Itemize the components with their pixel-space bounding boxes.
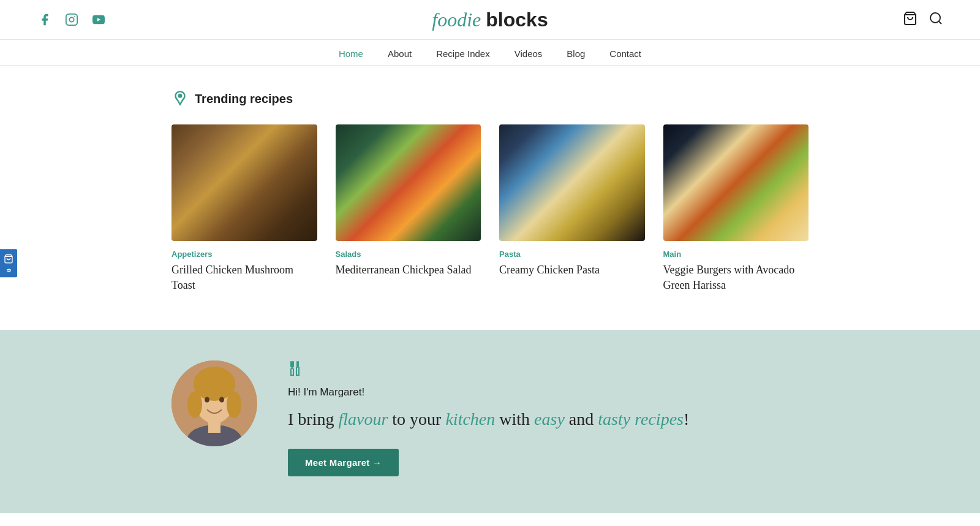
svg-point-2 <box>69 17 74 21</box>
facebook-link[interactable] <box>37 12 53 28</box>
site-header: foodie blocks <box>0 0 980 39</box>
search-button[interactable] <box>929 11 943 28</box>
trending-icon <box>172 90 189 107</box>
recipe-card-1[interactable]: Salads Mediterranean Chickpea Salad <box>336 124 481 293</box>
youtube-link[interactable] <box>91 12 107 28</box>
recipe-title-2: Creamy Chicken Pasta <box>499 262 645 278</box>
recipe-title-3: Veggie Burgers with Avocado Green Hariss… <box>663 262 809 293</box>
utensil-icon <box>288 360 809 381</box>
about-tagline: I bring flavour to your kitchen with eas… <box>288 407 809 431</box>
svg-point-17 <box>219 397 224 403</box>
recipe-image-3 <box>663 124 809 241</box>
about-greeting: Hi! I'm Margaret! <box>288 386 809 398</box>
recipe-card-2[interactable]: Pasta Creamy Chicken Pasta <box>499 124 645 293</box>
cart-button[interactable] <box>903 11 918 28</box>
svg-point-13 <box>227 391 241 418</box>
logo-bold: blocks <box>486 9 548 31</box>
meet-margaret-button[interactable]: Meet Margaret → <box>288 449 399 476</box>
svg-rect-15 <box>208 421 221 433</box>
recipe-category-3: Main <box>663 250 809 259</box>
svg-point-6 <box>930 13 940 23</box>
svg-point-12 <box>187 391 202 418</box>
nav-blog[interactable]: Blog <box>567 48 585 59</box>
margaret-avatar <box>172 360 257 446</box>
about-content: Hi! I'm Margaret! I bring flavour to you… <box>288 360 809 476</box>
recipes-grid: Appetizers Grilled Chicken Mushroom Toas… <box>172 124 809 293</box>
social-links <box>37 12 107 28</box>
recipe-image-2 <box>499 124 645 241</box>
nav-videos[interactable]: Videos <box>514 48 543 59</box>
recipe-category-0: Appetizers <box>172 250 317 259</box>
sidebar-cart-icon <box>4 254 13 266</box>
recipe-image-1 <box>336 124 481 241</box>
nav-contact[interactable]: Contact <box>609 48 641 59</box>
svg-point-3 <box>74 16 75 17</box>
about-section: Hi! I'm Margaret! I bring flavour to you… <box>0 330 980 513</box>
main-nav: Home About Recipe Index Videos Blog Cont… <box>0 39 980 66</box>
nav-recipe-index[interactable]: Recipe Index <box>436 48 490 59</box>
nav-home[interactable]: Home <box>339 48 363 59</box>
recipe-card-3[interactable]: Main Veggie Burgers with Avocado Green H… <box>663 124 809 293</box>
svg-point-8 <box>179 94 182 97</box>
trending-header: Trending recipes <box>172 90 809 107</box>
recipe-title-1: Mediterranean Chickpea Salad <box>336 262 481 278</box>
recipe-category-1: Salads <box>336 250 481 259</box>
main-content: Trending recipes Appetizers Grilled Chic… <box>0 66 980 330</box>
recipe-card-0[interactable]: Appetizers Grilled Chicken Mushroom Toas… <box>172 124 317 293</box>
svg-rect-1 <box>66 14 77 25</box>
logo-italic: foodie <box>432 9 481 31</box>
site-logo[interactable]: foodie blocks <box>432 9 548 31</box>
header-actions <box>903 11 943 28</box>
recipe-title-0: Grilled Chicken Mushroom Toast <box>172 262 317 293</box>
recipe-category-2: Pasta <box>499 250 645 259</box>
svg-point-16 <box>205 397 209 403</box>
instagram-link[interactable] <box>64 12 80 28</box>
svg-line-7 <box>939 21 941 24</box>
trending-title: Trending recipes <box>195 92 293 106</box>
sidebar-count: 0 <box>5 269 12 272</box>
nav-about[interactable]: About <box>388 48 412 59</box>
sidebar-cart-widget[interactable]: 0 <box>0 249 17 277</box>
recipe-image-0 <box>172 124 317 241</box>
